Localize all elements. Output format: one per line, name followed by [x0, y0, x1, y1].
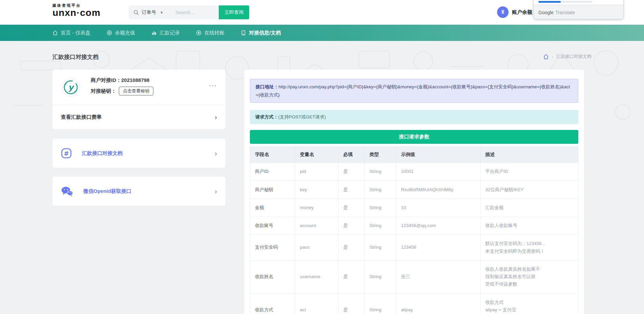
- table-cell: 是: [338, 181, 365, 199]
- table-cell: String: [365, 163, 396, 181]
- more-menu-icon[interactable]: ···: [209, 83, 217, 89]
- sidebar-item-wechat-openid[interactable]: 微信Openid获取接口 ›: [52, 177, 226, 206]
- brand-tagline: 媒体变现平台: [52, 4, 101, 7]
- google-translate-popup[interactable]: Google Translate: [533, 0, 624, 19]
- merchant-key-label: 对接秘钥：: [91, 88, 116, 94]
- translate-progress-fill: [538, 1, 561, 3]
- translate-progress-track: [538, 1, 593, 3]
- doc-panel: 接口地址：http://pay.unxn.com/pay.php?pid={商户…: [244, 70, 584, 314]
- sidebar-item-remit-api-doc[interactable]: # 汇款接口对接文档 ›: [52, 139, 226, 168]
- search-submit-button[interactable]: 立即查询: [219, 5, 249, 19]
- table-cell: 张三: [396, 260, 480, 293]
- nav-item-api-docs[interactable]: 对接信息/文档: [241, 30, 281, 36]
- merchant-avatar: y: [62, 78, 80, 96]
- main-nav: 首页 - 仪表盘 余额充值 汇款记录 在线转账 对接信息/文档: [0, 25, 644, 41]
- table-row: 金额money是String10汇款金额: [250, 199, 578, 217]
- table-row: 支付安全码pass是String123456默认支付安全码为：123456， 本…: [250, 235, 578, 261]
- api-address-box: 接口地址：http://pay.unxn.com/pay.php?pid={商户…: [250, 79, 578, 103]
- search-placeholder[interactable]: Search...: [175, 10, 194, 15]
- breadcrumb-home-icon[interactable]: [543, 54, 549, 60]
- tablet-icon: [241, 30, 246, 36]
- table-row: 收款方式act是Stringalipay收款方式 alipay = 支付宝 qq…: [250, 293, 578, 314]
- yen-icon: ¥: [497, 6, 509, 18]
- account-balance[interactable]: ¥ 账户余额: [497, 6, 532, 18]
- merchant-card: y 商户对接ID：2021088798 对接秘钥： 点击查看秘钥 ··· 查看汇…: [52, 70, 226, 129]
- nav-label: 对接信息/文档: [249, 30, 281, 36]
- table-cell: 123456@qq.com: [396, 217, 480, 235]
- col-header-example: 示例值: [396, 147, 480, 163]
- table-cell: alipay: [396, 293, 480, 314]
- merchant-info: y 商户对接ID：2021088798 对接秘钥： 点击查看秘钥 ···: [52, 70, 226, 105]
- table-cell: 是: [338, 217, 365, 235]
- table-cell: 是: [338, 293, 365, 314]
- bar-chart-icon: [151, 30, 157, 36]
- order-search: 订单号 ▼ Search... 立即查询: [129, 5, 249, 19]
- brand-logo[interactable]: 媒体变现平台 unxn·com: [52, 4, 101, 18]
- table-cell: pid: [295, 163, 338, 181]
- rate-link-row[interactable]: 查看汇款接口费率 ›: [52, 105, 226, 129]
- table-cell: 商户ID: [250, 163, 295, 181]
- col-header-required: 必填: [338, 147, 365, 163]
- table-cell: 收款人收款真实姓名如果不 强制验证真实姓名可以留 空或不传该参数: [480, 260, 578, 293]
- nav-label: 余额充值: [115, 30, 135, 36]
- chevron-right-icon: ›: [215, 150, 217, 157]
- sidebar-item-label: 微信Openid获取接口: [83, 188, 215, 195]
- chevron-right-icon: ›: [215, 114, 217, 120]
- table-cell: key: [295, 181, 338, 199]
- table-cell: 是: [338, 163, 365, 181]
- google-wordmark: Google: [538, 10, 554, 15]
- table-cell: money: [295, 199, 338, 217]
- table-cell: 汇款金额: [480, 199, 578, 217]
- nav-label: 在线转账: [204, 30, 224, 36]
- request-method-value: (支持POST或GET请求): [278, 114, 326, 119]
- nav-item-recharge[interactable]: 余额充值: [107, 30, 135, 36]
- table-cell: 收款账号: [250, 217, 295, 235]
- request-method-box: 请求方式：(支持POST或GET请求): [250, 110, 578, 124]
- table-cell: 10: [396, 199, 480, 217]
- params-table: 字段名 变量名 必填 类型 示例值 描述 商户IDpid是String10001…: [250, 147, 578, 314]
- api-address-label: 接口地址：: [256, 84, 279, 89]
- chevron-down-icon[interactable]: ▼: [160, 10, 164, 15]
- table-cell: username: [295, 260, 338, 293]
- merchant-id-value: 2021088798: [121, 77, 149, 83]
- nav-label: 首页 - 仪表盘: [61, 30, 90, 36]
- table-row: 收款账号account是String123456@qq.com收款人收款账号: [250, 217, 578, 235]
- nav-label: 汇款记录: [159, 30, 180, 36]
- table-header-row: 字段名 变量名 必填 类型 示例值 描述: [250, 147, 578, 163]
- breadcrumb-separator: ›: [552, 54, 553, 59]
- col-header-field: 字段名: [250, 147, 295, 163]
- nav-item-dashboard[interactable]: 首页 - 仪表盘: [52, 30, 90, 36]
- col-header-variable: 变量名: [295, 147, 338, 163]
- table-cell: 123456: [396, 235, 480, 261]
- table-cell: 商户秘钥: [250, 181, 295, 199]
- table-cell: String: [365, 217, 396, 235]
- params-banner: 接口请求参数: [250, 130, 578, 144]
- col-header-description: 描述: [480, 147, 578, 163]
- table-cell: 默认支付安全码为：123456， 本支付安全码即为交易密码！: [480, 235, 578, 261]
- table-cell: 是: [338, 235, 365, 261]
- table-cell: 支付安全码: [250, 235, 295, 261]
- search-input[interactable]: 订单号 ▼ Search...: [129, 5, 219, 19]
- page-title: 汇款接口对接文档: [52, 53, 99, 61]
- chevron-right-icon: ›: [215, 188, 217, 195]
- svg-text:y: y: [68, 83, 74, 92]
- table-cell: String: [365, 260, 396, 293]
- hash-icon: #: [61, 148, 72, 159]
- table-cell: String: [365, 235, 396, 261]
- brand-swirl-icon: y: [63, 80, 79, 95]
- request-method-label: 请求方式：: [255, 114, 278, 119]
- translate-popup-footer: Google Translate: [534, 5, 623, 19]
- view-key-button[interactable]: 点击查看秘钥: [119, 87, 153, 95]
- home-icon: [52, 30, 58, 36]
- search-category-select[interactable]: 订单号: [142, 9, 156, 16]
- col-header-type: 类型: [365, 147, 396, 163]
- nav-item-online-transfer[interactable]: 在线转账: [196, 30, 224, 36]
- sidebar-item-label: 汇款接口对接文档: [82, 150, 215, 157]
- transfer-circle-icon: [196, 30, 201, 36]
- table-cell: 是: [338, 199, 365, 217]
- table-cell: 是: [338, 260, 365, 293]
- merchant-id-line: 商户对接ID：2021088798: [91, 77, 153, 84]
- table-cell: String: [365, 181, 396, 199]
- table-cell: 收款姓名: [250, 260, 295, 293]
- nav-item-remit-records[interactable]: 汇款记录: [151, 30, 180, 36]
